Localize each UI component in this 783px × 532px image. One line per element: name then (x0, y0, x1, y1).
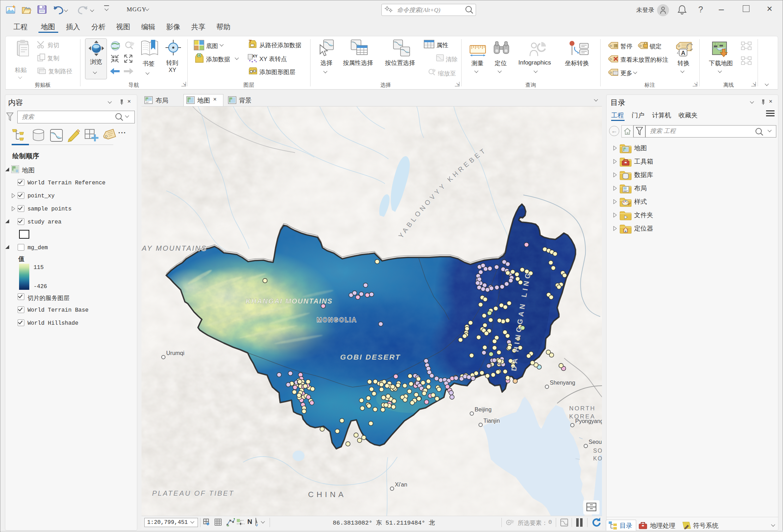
svg-text:MONGOLIA: MONGOLIA (317, 317, 357, 323)
svg-text:PLATEAU OF TIBET: PLATEAU OF TIBET (152, 489, 234, 497)
svg-text:AY MOUNTAINS: AY MOUNTAINS (141, 244, 207, 252)
svg-text:NORTH: NORTH (569, 405, 596, 412)
svg-text:Beijing: Beijing (475, 406, 492, 412)
svg-text:CHINA: CHINA (308, 490, 346, 499)
svg-text:Shenyang: Shenyang (550, 380, 575, 386)
svg-text:Seoul: Seoul (589, 439, 602, 445)
svg-text:XY: XY (252, 54, 258, 58)
svg-text:Pyongyang: Pyongyang (575, 418, 602, 424)
svg-text:Tianjin: Tianjin (483, 418, 500, 424)
svg-text:GOBI DESERT: GOBI DESERT (340, 353, 401, 361)
svg-text:SO: SO (593, 448, 602, 454)
svg-text:Urumqi: Urumqi (166, 350, 185, 356)
svg-text:KHANGAI MOUNTAINS: KHANGAI MOUNTAINS (246, 297, 333, 305)
svg-text:A: A (681, 50, 685, 56)
svg-text:Xi'an: Xi'an (395, 482, 407, 488)
svg-text:KO: KO (593, 455, 602, 461)
